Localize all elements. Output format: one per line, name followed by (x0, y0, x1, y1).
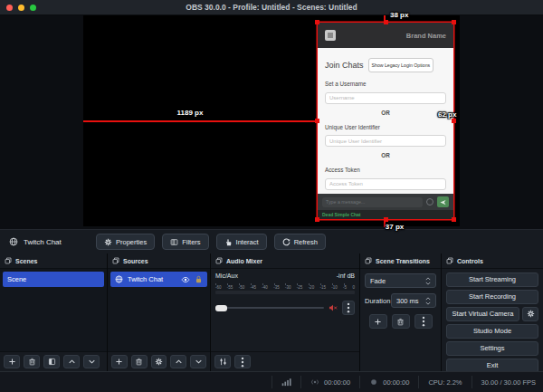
hand-pointer-icon (224, 238, 233, 246)
resize-handle[interactable] (315, 20, 319, 24)
resize-handle[interactable] (315, 217, 319, 222)
controls-dock-header: Controls (442, 253, 543, 269)
settings-button[interactable]: Settings (446, 341, 538, 356)
gear-icon (155, 358, 163, 366)
audio-mixer-dock-header: Audio Mixer (211, 253, 359, 269)
access-token-input[interactable] (325, 178, 446, 190)
hamburger-menu-icon[interactable] (325, 30, 336, 41)
audio-mixer-dock-title: Audio Mixer (226, 258, 262, 264)
chat-widget-header: Brand Name (318, 23, 453, 48)
kebab-icon (347, 302, 350, 313)
scenes-list: Scene (0, 269, 107, 351)
dock-icon (5, 257, 12, 264)
or-divider: OR (325, 152, 446, 158)
visibility-eye-icon[interactable] (181, 275, 190, 284)
scene-grid-mode-button[interactable] (43, 355, 60, 368)
docks-area: Scenes Scene Sources (0, 253, 543, 371)
start-virtual-camera-button[interactable]: Start Virtual Camera (446, 307, 519, 321)
title-bar: OBS 30.0.0 - Profile: Untitled - Scenes:… (0, 0, 543, 15)
gear-icon (527, 310, 535, 318)
legacy-login-button[interactable]: Show Legacy Login Options (368, 58, 434, 72)
advanced-audio-button[interactable] (214, 355, 231, 368)
scenes-dock-header: Scenes (0, 253, 107, 269)
audio-meter-scale: -60-55-50-45-40-35-30-25-20-15-10-50 (215, 282, 355, 290)
volume-slider[interactable] (215, 307, 324, 309)
record-timer: 00:00:00 (359, 376, 418, 388)
refresh-icon (282, 238, 291, 246)
audio-volume-meter (215, 291, 355, 294)
dock-icon (446, 257, 453, 264)
brand-name: Brand Name (406, 32, 446, 40)
resize-handle[interactable] (452, 217, 456, 222)
studio-mode-button[interactable]: Studio Mode (446, 324, 538, 339)
filters-button[interactable]: Filters (162, 234, 208, 250)
scene-name: Scene (7, 275, 26, 283)
resize-handle[interactable] (452, 119, 456, 123)
gear-icon (104, 238, 112, 246)
source-properties-button[interactable] (151, 355, 167, 368)
volume-slider-handle[interactable] (215, 305, 227, 311)
interact-button[interactable]: Interact (216, 234, 267, 250)
kebab-icon (422, 316, 425, 327)
mixer-menu-button[interactable] (234, 355, 251, 368)
source-name-label: Twitch Chat (24, 238, 62, 246)
properties-button[interactable]: Properties (96, 234, 155, 250)
dead-simple-chat-credit: Dead Simple Chat (322, 212, 361, 217)
virtual-camera-settings-button[interactable] (522, 307, 538, 321)
stream-time: 00:00:00 (324, 378, 350, 387)
move-source-down-button[interactable] (190, 355, 206, 368)
move-scene-up-button[interactable] (63, 355, 80, 368)
window-title: OBS 30.0.0 - Profile: Untitled - Scenes:… (186, 3, 357, 12)
username-input[interactable] (325, 92, 446, 104)
start-streaming-button[interactable]: Start Streaming (446, 272, 538, 287)
speaker-muted-icon[interactable] (329, 303, 338, 312)
controls-dock-title: Controls (457, 258, 483, 264)
chevron-up-icon (175, 358, 183, 366)
signal-bars-icon (281, 378, 291, 387)
chevron-up-icon (68, 358, 76, 366)
remove-source-button[interactable] (131, 355, 148, 368)
send-button[interactable] (437, 196, 449, 207)
transition-current: Fade (370, 277, 386, 285)
scene-list-item[interactable]: Scene (3, 272, 104, 287)
scene-transitions-body: Fade Duration 300 ms (360, 269, 441, 371)
obs-window: OBS 30.0.0 - Profile: Untitled - Scenes:… (0, 0, 543, 392)
stream-timer: 00:00:00 (300, 376, 359, 388)
add-source-button[interactable] (111, 355, 128, 368)
mixer-options-button[interactable] (342, 301, 355, 315)
username-label: Set a Username (325, 81, 446, 87)
add-scene-button[interactable] (4, 355, 20, 368)
sources-dock: Sources Twitch Chat (108, 253, 211, 371)
uid-label: Unique User Identifier (325, 124, 446, 130)
lock-icon[interactable] (195, 275, 203, 283)
traffic-lights (6, 5, 36, 11)
move-source-up-button[interactable] (170, 355, 186, 368)
minimize-window-button[interactable] (18, 5, 24, 11)
transition-select[interactable]: Fade (365, 273, 436, 288)
message-input[interactable]: Type a message... (322, 197, 423, 207)
sliders-icon (219, 358, 227, 366)
resize-handle[interactable] (452, 20, 456, 24)
emoji-icon[interactable] (426, 198, 433, 206)
start-recording-button[interactable]: Start Recording (446, 290, 538, 304)
remove-transition-button[interactable] (392, 314, 410, 329)
browser-source-widget[interactable]: Brand Name Join Chats Show Legacy Login … (318, 23, 453, 219)
duration-spinbox[interactable]: 300 ms (391, 293, 436, 308)
chat-widget-body: Join Chats Show Legacy Login Options Set… (318, 48, 453, 194)
source-list-item[interactable]: Twitch Chat (110, 272, 207, 287)
add-transition-button[interactable] (369, 314, 387, 329)
duration-label: Duration (365, 297, 390, 305)
uid-input[interactable] (325, 135, 446, 147)
move-scene-down-button[interactable] (83, 355, 100, 368)
close-window-button[interactable] (6, 5, 13, 11)
chevron-down-icon (88, 358, 96, 366)
maximize-window-button[interactable] (30, 5, 36, 11)
refresh-button[interactable]: Refresh (274, 234, 326, 250)
transition-options-button[interactable] (414, 314, 433, 329)
sources-list: Twitch Chat (108, 269, 210, 351)
chevron-down-icon (195, 358, 203, 366)
audio-mixer-dock: Audio Mixer Mic/Aux -inf dB -60-55-50-45… (211, 253, 360, 371)
controls-body: Start Streaming Start Recording Start Vi… (442, 269, 543, 373)
remove-scene-button[interactable] (24, 355, 40, 368)
record-dot-icon (369, 378, 378, 387)
